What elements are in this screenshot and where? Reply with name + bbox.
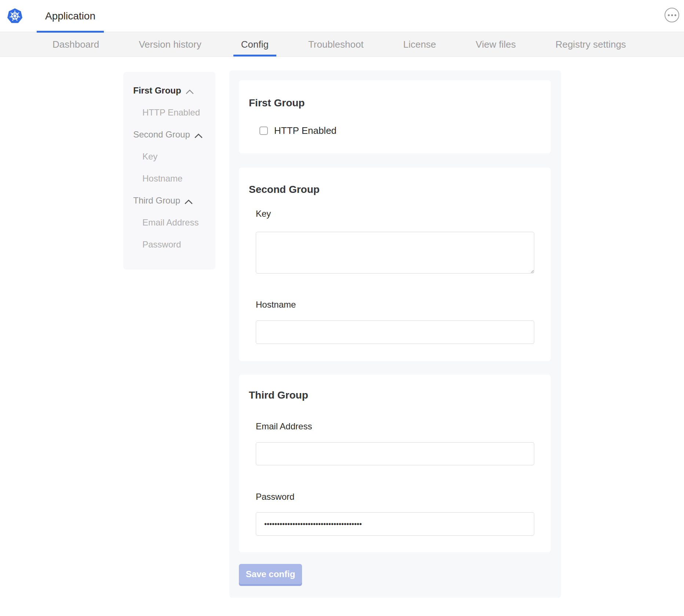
key-label: Key bbox=[256, 209, 271, 219]
config-panel: First Group HTTP Enabled Second Group Ke… bbox=[229, 70, 561, 598]
email-address-input[interactable] bbox=[256, 442, 534, 465]
sidebar-group-first-group[interactable]: First Group bbox=[123, 80, 215, 102]
http-enabled-field: HTTP Enabled bbox=[259, 125, 336, 136]
tab-config[interactable]: Config bbox=[241, 33, 269, 56]
save-config-button[interactable]: Save config bbox=[239, 564, 302, 584]
sidebar-item-key[interactable]: Key bbox=[123, 146, 215, 168]
key-textarea[interactable] bbox=[256, 232, 534, 274]
hostname-input[interactable] bbox=[256, 320, 534, 344]
sidebar-group-third-group[interactable]: Third Group bbox=[123, 190, 215, 212]
chevron-up-icon bbox=[194, 130, 203, 140]
sidebar-group-label: Second Group bbox=[133, 129, 190, 140]
sidebar-item-password[interactable]: Password bbox=[123, 234, 215, 256]
group-title: First Group bbox=[249, 97, 305, 109]
password-label: Password bbox=[256, 492, 294, 502]
tab-view-files[interactable]: View files bbox=[476, 33, 516, 56]
tab-troubleshoot[interactable]: Troubleshoot bbox=[308, 33, 364, 56]
sidebar-item-email-address[interactable]: Email Address bbox=[123, 212, 215, 234]
sidebar-group-label: Third Group bbox=[133, 195, 180, 206]
tab-registry-settings[interactable]: Registry settings bbox=[556, 33, 626, 56]
password-input[interactable] bbox=[256, 512, 534, 536]
app-tab-label: Application bbox=[45, 10, 95, 22]
tab-license[interactable]: License bbox=[403, 33, 436, 56]
group-title: Third Group bbox=[249, 389, 308, 401]
app-tab[interactable]: Application bbox=[37, 0, 104, 32]
config-card-first-group: First Group HTTP Enabled bbox=[239, 80, 551, 153]
config-sidebar: First Group HTTP Enabled Second Group Ke… bbox=[123, 72, 215, 270]
kubernetes-logo-icon bbox=[7, 7, 23, 25]
sidebar-item-http-enabled[interactable]: HTTP Enabled bbox=[123, 102, 215, 124]
config-card-second-group: Second Group Key Hostname bbox=[239, 168, 551, 361]
sidebar-group-label: First Group bbox=[133, 85, 181, 96]
config-card-third-group: Third Group Email Address Password bbox=[239, 375, 551, 552]
app-nav: Dashboard Version history Config Trouble… bbox=[0, 33, 684, 57]
top-bar: Application bbox=[0, 0, 684, 32]
http-enabled-checkbox[interactable] bbox=[259, 126, 268, 135]
email-address-label: Email Address bbox=[256, 421, 312, 432]
checkbox-label: HTTP Enabled bbox=[274, 125, 336, 136]
sidebar-item-hostname[interactable]: Hostname bbox=[123, 168, 215, 190]
tab-version-history[interactable]: Version history bbox=[139, 33, 201, 56]
group-title: Second Group bbox=[249, 184, 320, 195]
sidebar-group-second-group[interactable]: Second Group bbox=[123, 124, 215, 146]
hostname-label: Hostname bbox=[256, 300, 296, 310]
chevron-up-icon bbox=[186, 86, 194, 96]
tab-dashboard[interactable]: Dashboard bbox=[52, 33, 99, 56]
ellipsis-icon[interactable] bbox=[665, 8, 679, 22]
chevron-up-icon bbox=[185, 196, 193, 206]
